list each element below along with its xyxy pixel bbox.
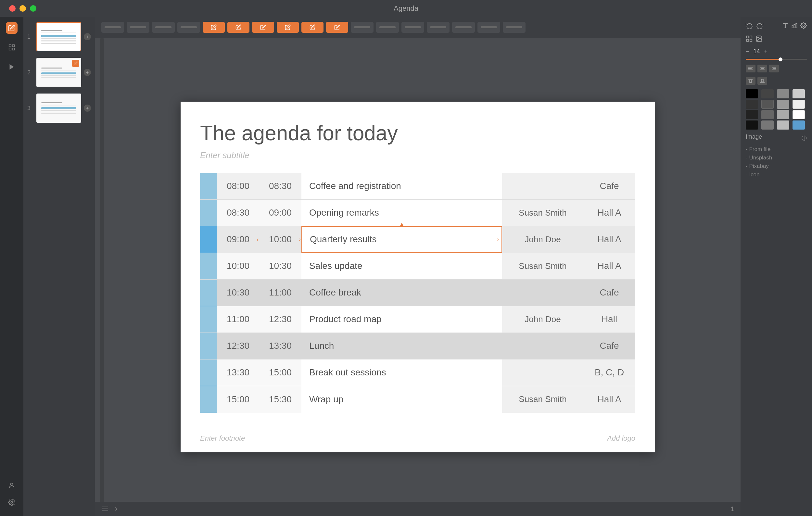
color-swatch[interactable] [792, 100, 805, 109]
slide-canvas: The agenda for today Enter subtitle 08:0… [181, 102, 655, 452]
settings-icon[interactable] [800, 22, 807, 30]
event-name[interactable]: Wrap up [301, 386, 502, 413]
color-swatch[interactable] [746, 120, 758, 129]
event-name[interactable]: Lunch [301, 333, 502, 359]
toolbar-btn-9[interactable] [452, 22, 475, 33]
event-name[interactable]: ▲ Quarterly results ▼ › [301, 226, 502, 253]
color-swatch[interactable] [746, 89, 758, 98]
toolbar-btn-3[interactable] [152, 22, 175, 33]
nav-arrow-right-event-icon[interactable]: › [497, 236, 499, 243]
event-name[interactable]: Product road map [301, 306, 502, 333]
sidebar-item-settings[interactable] [6, 496, 18, 508]
minimize-button[interactable] [20, 5, 26, 12]
toolbar-btn-10[interactable] [477, 22, 500, 33]
slide-subtitle[interactable]: Enter subtitle [200, 150, 250, 160]
event-name[interactable]: Coffee and registration [301, 173, 502, 200]
toolbar-edit-btn-1[interactable] [203, 22, 225, 33]
image-from-pixabay[interactable]: - Pixabay [746, 163, 807, 170]
font-increase-button[interactable]: + [764, 48, 768, 55]
table-row: 09:00 ‹ 10:00 › ▲ Quarterly results ▼ › … [200, 226, 635, 253]
event-name[interactable]: Coffee break [301, 280, 502, 306]
color-swatch[interactable] [777, 89, 789, 98]
image-from-file[interactable]: - From file [746, 146, 807, 153]
fullscreen-button[interactable] [30, 5, 36, 12]
table-row: 10:30 11:00 Coffee break Cafe [200, 280, 635, 306]
align-right-button[interactable] [769, 65, 779, 72]
table-row: 08:00 08:30 Coffee and registration Cafe [200, 173, 635, 200]
layout-grid-icon[interactable] [746, 35, 753, 43]
toolbar-edit-btn-2[interactable] [227, 22, 250, 33]
toolbar-btn-6[interactable] [376, 22, 399, 33]
time-end: 12:30 [259, 306, 301, 333]
sidebar-item-edit[interactable] [6, 22, 18, 34]
add-slide-button-3[interactable]: + [84, 104, 91, 112]
sidebar-item-grid[interactable] [6, 41, 18, 53]
color-swatch[interactable] [746, 100, 758, 109]
sidebar-item-user[interactable] [6, 480, 18, 491]
align-center-button[interactable] [757, 65, 767, 72]
image-from-unsplash[interactable]: - Unsplash [746, 155, 807, 161]
logo-field[interactable]: Add logo [607, 434, 635, 443]
color-swatch[interactable] [792, 89, 805, 98]
slide-thumbnail-2[interactable] [36, 58, 81, 87]
right-panel: − 14 + [741, 17, 812, 516]
svg-rect-17 [750, 36, 752, 38]
color-swatch[interactable] [761, 120, 774, 129]
align-down-button[interactable] [757, 77, 767, 85]
color-swatch[interactable] [761, 110, 774, 119]
text-format-icon[interactable] [782, 22, 789, 30]
align-left-button[interactable] [746, 65, 755, 72]
toolbar-btn-2[interactable] [127, 22, 149, 33]
footnote-field[interactable]: Enter footnote [200, 434, 245, 443]
sidebar-item-play[interactable] [6, 61, 18, 73]
chevron-right-icon[interactable] [113, 506, 119, 512]
font-size-slider[interactable] [746, 59, 807, 60]
color-swatch[interactable] [777, 110, 789, 119]
image-layout-icon[interactable] [755, 35, 763, 43]
toolbar-edit-btn-4[interactable] [277, 22, 299, 33]
image-section-header: Image ⓘ [746, 133, 807, 144]
toolbar-btn-4[interactable] [177, 22, 200, 33]
event-name[interactable]: Sales update [301, 253, 502, 279]
close-button[interactable] [9, 5, 16, 12]
font-decrease-button[interactable]: − [746, 48, 749, 55]
sidebar-bottom [6, 480, 18, 508]
color-swatch[interactable] [761, 100, 774, 109]
image-from-icon[interactable]: - Icon [746, 172, 807, 178]
row-color-indicator [200, 360, 217, 386]
toolbar-btn-5[interactable] [351, 22, 374, 33]
title-bar: Agenda [0, 0, 812, 17]
event-name[interactable]: Break out sessions [301, 360, 502, 386]
toolbar-edit-btn-5[interactable] [301, 22, 323, 33]
color-swatch[interactable] [777, 120, 789, 129]
bar-chart-icon[interactable] [791, 22, 798, 30]
toolbar-btn-7[interactable] [402, 22, 424, 33]
color-swatch[interactable] [761, 89, 774, 98]
toolbar-btn-11[interactable] [503, 22, 525, 33]
row-color-indicator [200, 200, 217, 226]
nav-arrow-up-icon[interactable]: ▲ [399, 221, 404, 227]
toolbar-btn-8[interactable] [427, 22, 450, 33]
toolbar-edit-btn-3[interactable] [252, 22, 274, 33]
nav-arrow-left-icon[interactable]: ‹ [257, 236, 259, 243]
row-color-indicator [200, 253, 217, 279]
slide-thumbnail-3[interactable] [36, 93, 81, 123]
svg-rect-12 [792, 26, 793, 28]
add-slide-button-1[interactable]: + [84, 33, 91, 40]
slide-title[interactable]: The agenda for today [200, 121, 398, 145]
slide-thumbnail-1[interactable] [36, 22, 81, 51]
color-swatch[interactable] [746, 110, 758, 119]
color-swatch[interactable] [777, 100, 789, 109]
align-top-button[interactable] [746, 77, 755, 85]
add-slide-button-2[interactable]: + [84, 69, 91, 76]
toolbar-edit-btn-6[interactable] [326, 22, 348, 33]
table-row: 08:30 09:00 Opening remarks Susan Smith … [200, 200, 635, 226]
font-size-slider-thumb[interactable] [779, 58, 782, 61]
nav-arrow-right-icon[interactable]: › [299, 236, 301, 243]
color-swatch-blue[interactable] [792, 120, 805, 129]
undo-button[interactable] [746, 22, 753, 31]
slide-edit-overlay-2[interactable] [72, 60, 79, 67]
redo-button[interactable] [756, 22, 763, 31]
color-swatch-white[interactable] [792, 110, 805, 119]
toolbar-btn-1[interactable] [102, 22, 124, 33]
